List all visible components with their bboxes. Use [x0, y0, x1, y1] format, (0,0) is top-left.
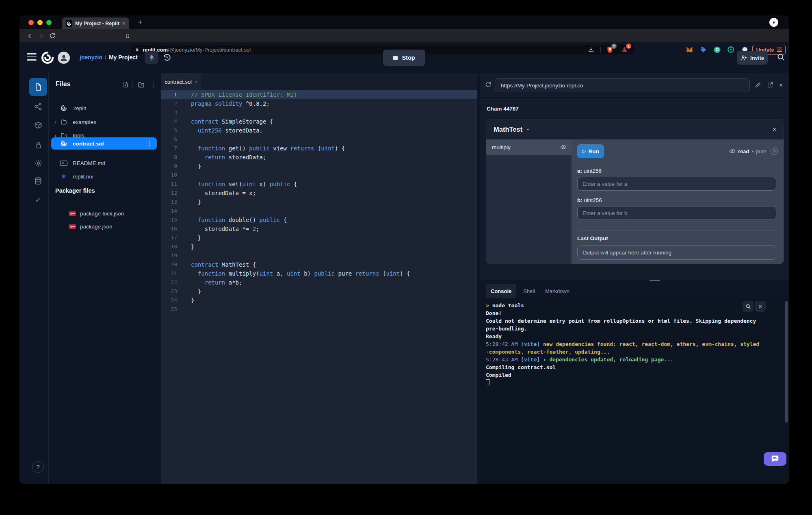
file-item-replit[interactable]: .replit	[49, 102, 160, 114]
code-line[interactable]: 16 storedData *= 2;	[161, 224, 477, 233]
code-line[interactable]: 17 }	[161, 233, 477, 242]
history-icon[interactable]	[162, 53, 171, 62]
code-line[interactable]: 6	[161, 135, 477, 144]
back-icon[interactable]	[25, 31, 34, 40]
code-line[interactable]: 11 function set(uint x) public {	[161, 180, 477, 189]
breadcrumb-project[interactable]: My Project	[109, 54, 138, 61]
contract-card-body: multiply ▷ Run read	[486, 139, 784, 264]
forward-icon[interactable]	[37, 31, 45, 40]
webview-edit-pencil-icon[interactable]	[755, 82, 761, 88]
search-icon[interactable]	[777, 53, 785, 61]
rail-database-icon[interactable]	[34, 176, 43, 185]
file-kebab-icon[interactable]: ⋮	[147, 140, 152, 147]
param-a-input[interactable]	[577, 177, 776, 191]
download-status-icon[interactable]: ▼	[769, 18, 778, 27]
console-line: Could not determine entry point from rol…	[486, 317, 778, 325]
code-line[interactable]: 25	[161, 305, 477, 314]
code-line[interactable]: 9 }	[161, 162, 477, 171]
ethereum-badge[interactable]	[145, 51, 158, 64]
method-item-multiply[interactable]: multiply	[486, 139, 572, 155]
new-folder-icon[interactable]	[138, 81, 145, 88]
code-line[interactable]: 10	[161, 171, 477, 180]
chat-button[interactable]	[764, 452, 786, 466]
files-menu-kebab-icon[interactable]: ⋮	[151, 81, 157, 89]
code-line[interactable]: 12 storedData = x;	[161, 189, 477, 198]
console-clear-icon[interactable]: ×	[755, 301, 766, 312]
chevron-down-icon[interactable]: ›	[525, 128, 531, 130]
file-item-package-json[interactable]: npm package.json	[49, 220, 160, 233]
rail-packages-icon[interactable]	[34, 121, 43, 130]
console-search-icon[interactable]	[743, 301, 754, 312]
replit-logo[interactable]	[41, 51, 54, 65]
reload-icon[interactable]	[48, 31, 57, 40]
code-line[interactable]: 7 function get() public view returns (ui…	[161, 144, 477, 153]
breadcrumb-username[interactable]: joenyzio	[80, 54, 102, 61]
new-file-icon[interactable]	[122, 81, 129, 88]
file-item-readme[interactable]: M↓ README.md	[49, 157, 160, 169]
contract-close-icon[interactable]: ×	[773, 126, 776, 133]
file-item-package-lock[interactable]: npm package-lock.json	[49, 207, 160, 219]
replit-favicon	[66, 20, 72, 27]
console-line: 5:28:43 AM [vite] ✦ dependencies updated…	[486, 356, 778, 363]
rail-version-control-icon[interactable]	[34, 102, 43, 111]
rail-checklist-icon[interactable]: ✓	[34, 196, 43, 204]
stop-square-icon	[393, 56, 398, 60]
code-line[interactable]: 13 }	[161, 198, 477, 206]
code-line[interactable]: 23 }	[161, 287, 477, 296]
folder-item-examples[interactable]: › examples	[49, 116, 160, 128]
eye-icon	[560, 144, 567, 150]
code-line[interactable]: 3	[161, 108, 477, 117]
file-item-contract-sol-selected[interactable]: contract.sol ⋮	[51, 137, 157, 150]
code-line[interactable]: 8 return storedData;	[161, 153, 477, 162]
webview-url-input[interactable]: https://My-Project.joenyzio.repl.co	[495, 78, 750, 92]
browser-tab[interactable]: My Project - Replit ×	[62, 17, 129, 29]
open-in-new-tab-icon[interactable]	[767, 82, 773, 88]
help-circle-icon[interactable]: ?	[771, 148, 778, 155]
pure-label: pure	[756, 148, 767, 154]
rail-secrets-lock-icon[interactable]	[34, 141, 43, 150]
bookmark-icon[interactable]	[123, 31, 132, 40]
line-number: 25	[161, 305, 184, 314]
tab-shell[interactable]: Shell	[518, 284, 540, 298]
hamburger-menu-icon[interactable]	[27, 53, 37, 61]
file-label: package.json	[80, 224, 113, 230]
webview-close-icon[interactable]: ×	[779, 82, 783, 89]
file-item-replit-nix[interactable]: ❄ replit.nix	[49, 170, 160, 183]
code-area[interactable]: 1// SPDX-License-Identifier: MIT2pragma …	[161, 90, 477, 314]
code-line[interactable]: 21 function multiply(uint a, uint b) pub…	[161, 269, 477, 278]
webview-refresh-icon[interactable]	[485, 81, 492, 88]
user-avatar[interactable]	[58, 52, 70, 64]
new-tab-button[interactable]: +	[135, 18, 145, 27]
code-line[interactable]: 1// SPDX-License-Identifier: MIT	[161, 90, 477, 99]
console-output[interactable]: > node toolsDone!Could not determine ent…	[480, 298, 789, 484]
stop-button[interactable]: Stop	[383, 50, 425, 66]
traffic-close-button[interactable]	[28, 20, 34, 25]
code-line[interactable]: 19	[161, 251, 477, 260]
tab-console[interactable]: Console	[486, 284, 516, 298]
code-line[interactable]: 2pragma solidity ^0.8.2;	[161, 99, 477, 108]
param-b-input[interactable]	[577, 206, 776, 220]
code-line[interactable]: 5 uint256 storedData;	[161, 126, 477, 135]
contract-name[interactable]: MathTest	[494, 126, 522, 133]
editor-tab-contract-sol[interactable]: contract.sol ×	[161, 73, 201, 90]
invite-button[interactable]: Invite	[737, 51, 768, 65]
tab-markdown[interactable]: Markdown	[540, 284, 574, 298]
code-line[interactable]: 20contract MathTest {	[161, 260, 477, 269]
code-line[interactable]: 24}	[161, 296, 477, 305]
tab-close-icon[interactable]: ×	[122, 21, 125, 26]
code-line[interactable]: 18}	[161, 242, 477, 251]
code-line[interactable]: 4contract SimpleStorage {	[161, 117, 477, 126]
traffic-zoom-button[interactable]	[46, 20, 52, 25]
traffic-minimize-button[interactable]	[37, 20, 43, 25]
code-line[interactable]: 14	[161, 206, 477, 215]
code-line[interactable]: 15 function double() public {	[161, 215, 477, 224]
line-number: 21	[161, 269, 184, 278]
run-button[interactable]: ▷ Run	[577, 144, 604, 158]
console-scrollbar[interactable]	[785, 301, 788, 423]
help-button[interactable]: ?	[32, 461, 44, 473]
panel-resize-handle[interactable]	[650, 280, 660, 281]
rail-settings-gear-icon[interactable]	[34, 159, 43, 167]
code-line[interactable]: 22 return a*b;	[161, 278, 477, 287]
editor-tab-close-icon[interactable]: ×	[195, 79, 197, 84]
rail-files-item[interactable]	[29, 78, 47, 96]
